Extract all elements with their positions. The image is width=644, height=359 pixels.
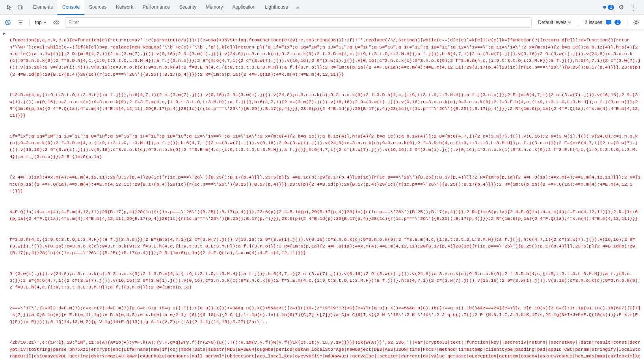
tab-right-icons: 2 ⚙ ⋮ — [600, 2, 642, 13]
console-log-line-5: 4=F.Q(1a);4=x.m(4);4=E.m(4,12,11);29{B.1… — [0, 201, 644, 229]
issues-button[interactable]: 2 Issues: 2 — [581, 19, 624, 26]
toolbar-right-group: Default levels 2 Issues: 2 — [535, 17, 642, 28]
svg-rect-2 — [603, 6, 606, 8]
console-toolbar: top Default levels 2 Issues: 2 — [0, 15, 644, 30]
console-log-line-2: f=3.D.m(4,c,{i:9,t:3.t.O,L:3.M.H});a f.j… — [0, 85, 644, 126]
device-toggle-icon[interactable] — [16, 3, 25, 12]
svg-rect-1 — [21, 7, 23, 9]
toolbar-divider-2 — [578, 19, 578, 26]
tab-performance[interactable]: Performance — [138, 0, 175, 15]
tab-sources[interactable]: Sources — [84, 0, 111, 15]
feedback-button[interactable]: 2 — [603, 2, 614, 13]
context-selector[interactable]: top — [33, 19, 49, 26]
filter-input[interactable] — [65, 17, 532, 28]
cursor-icon[interactable] — [5, 3, 14, 12]
tab-console[interactable]: Console — [58, 0, 84, 15]
console-log-line-1: ▶ (function(p,a,c,k,e,d){e=function(c){r… — [0, 30, 644, 85]
no-arrow — [3, 85, 9, 91]
tab-application[interactable]: Application — [228, 0, 261, 15]
tab-memory[interactable]: Memory — [201, 0, 227, 15]
tab-network[interactable]: Network — [111, 0, 138, 15]
default-levels-button[interactable]: Default levels — [535, 19, 575, 26]
settings-button[interactable]: ⚙ — [616, 2, 627, 13]
svg-point-6 — [54, 21, 59, 24]
svg-marker-3 — [604, 8, 605, 9]
console-log-line-9: /2b/10.21\',e:{1P:l},1B:"1N",11:6(A){A=1… — [0, 332, 644, 359]
svg-rect-8 — [606, 20, 611, 24]
tab-security[interactable]: Security — [175, 0, 201, 15]
toolbar-divider-3 — [627, 19, 627, 26]
filter-icon-button[interactable] — [15, 17, 26, 28]
tab-lighthouse[interactable]: Lighthouse — [260, 0, 293, 15]
console-log-line-7: 9=(3.w(i).j()).v(24,8);c=3.n.o.k(c);9=3.… — [0, 264, 644, 298]
console-log-line-3: 1f="1x";g 1q="1M";g 1J="1L";g U="1H";g S… — [0, 126, 644, 167]
console-output: ▶ (function(p,a,c,k,e,d){e=function(c){r… — [0, 30, 644, 359]
gear-icon — [633, 19, 639, 26]
eye-button[interactable] — [51, 17, 62, 28]
more-tabs-button[interactable]: » — [293, 0, 302, 15]
svg-line-5 — [7, 21, 9, 24]
toolbar-divider-1 — [29, 19, 30, 26]
feedback-badge: 2 — [608, 5, 614, 10]
issues-count-badge: 2 — [614, 20, 621, 25]
chevron-down-icon — [43, 20, 47, 24]
tab-icon-group — [2, 3, 28, 12]
issues-icon — [605, 19, 612, 26]
console-log-line-6: f=3.D.h(4,c,{i:9,t:3.t.O,L:3.M.H});a f.j… — [0, 229, 644, 263]
console-log-line-8: z===\'1T\';{z=0}2 d=D.m(7);d=x.m(7);d=E.… — [0, 298, 644, 332]
svg-marker-9 — [607, 24, 609, 25]
svg-rect-0 — [18, 5, 21, 9]
expand-arrow[interactable]: ▶ — [3, 30, 9, 37]
svg-point-10 — [635, 21, 637, 23]
console-log-line-4: {2 4=F.Q(1a);4=x.m(4);4=E.m(4,12,11);29{… — [0, 167, 644, 201]
tab-elements[interactable]: Elements — [28, 0, 58, 15]
more-options-button[interactable]: ⋮ — [628, 2, 639, 13]
console-settings-button[interactable] — [631, 17, 642, 28]
clear-console-button[interactable] — [2, 17, 13, 28]
chevron-down-icon — [568, 20, 571, 24]
tab-bar: Elements Console Sources Network Perform… — [0, 0, 644, 15]
svg-point-7 — [56, 22, 57, 23]
